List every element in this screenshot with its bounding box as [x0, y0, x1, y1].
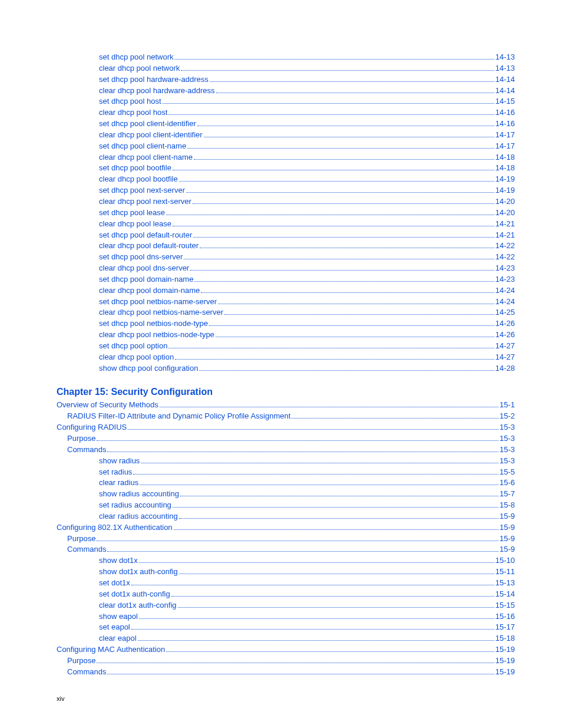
- toc-entry-label: Purpose: [67, 655, 95, 667]
- toc-entry[interactable]: clear dot1x auth-config15-15: [99, 600, 515, 611]
- toc-entry-label: set dhcp pool host: [99, 96, 161, 107]
- toc-entry-page: 15-9: [500, 522, 515, 533]
- toc-entry-page: 15-8: [500, 500, 515, 511]
- toc-entry[interactable]: Purpose15-19: [67, 655, 515, 667]
- toc-entry[interactable]: clear dhcp pool bootfile14-19: [99, 174, 515, 185]
- toc-entry-label: clear dhcp pool host: [99, 107, 167, 118]
- toc-entry[interactable]: set dhcp pool network14-13: [99, 52, 515, 63]
- toc-entry[interactable]: set dhcp pool default-router14-21: [99, 230, 515, 241]
- toc-leader-dots: [216, 337, 494, 337]
- toc-entry-label: set dhcp pool lease: [99, 207, 165, 219]
- toc-entry[interactable]: set dot1x15-13: [99, 578, 515, 589]
- toc-entry[interactable]: set dhcp pool domain-name14-23: [99, 274, 515, 285]
- toc-entry[interactable]: clear dhcp pool option14-27: [99, 352, 515, 363]
- toc-entry[interactable]: clear dhcp pool hardware-address14-14: [99, 85, 515, 97]
- toc-entry-label: clear dhcp pool hardware-address: [99, 85, 215, 97]
- toc-entry-label: set dhcp pool option: [99, 341, 167, 352]
- toc-entry[interactable]: clear dhcp pool client-identifier14-17: [99, 130, 515, 141]
- toc-entry[interactable]: clear dhcp pool netbios-node-type14-26: [99, 330, 515, 341]
- toc-entry-page: 15-9: [500, 544, 515, 555]
- toc-entry[interactable]: set radius accounting15-8: [99, 500, 515, 511]
- toc-entry[interactable]: set dot1x auth-config15-14: [99, 589, 515, 600]
- toc-entry[interactable]: Configuring MAC Authentication15-19: [57, 644, 515, 655]
- toc-entry-label: clear dhcp pool next-server: [99, 196, 191, 207]
- toc-entry[interactable]: Overview of Security Methods15-1: [57, 400, 515, 411]
- toc-entry[interactable]: set dhcp pool lease14-20: [99, 207, 515, 219]
- toc-leader-dots: [175, 359, 494, 360]
- toc-entry[interactable]: set dhcp pool bootfile14-18: [99, 163, 515, 174]
- toc-entry[interactable]: Commands15-3: [67, 444, 515, 456]
- toc-entry[interactable]: clear dhcp pool next-server14-20: [99, 196, 515, 207]
- toc-entry[interactable]: set radius15-5: [99, 467, 515, 478]
- toc-entry[interactable]: set eapol15-17: [99, 622, 515, 633]
- toc-entry[interactable]: show radius accounting15-7: [99, 489, 515, 500]
- toc-entry[interactable]: Purpose15-3: [67, 433, 515, 444]
- toc-entry-page: 15-10: [495, 555, 515, 566]
- toc-entry[interactable]: Configuring 802.1X Authentication15-9: [57, 522, 515, 533]
- toc-entry-label: set eapol: [99, 622, 130, 633]
- toc-entry-label: clear dhcp pool network: [99, 63, 180, 74]
- toc-entry-label: clear radius: [99, 477, 138, 489]
- toc-entry[interactable]: clear dhcp pool dns-server14-23: [99, 263, 515, 274]
- toc-entry[interactable]: RADIUS Filter-ID Attribute and Dynamic P…: [67, 411, 515, 422]
- toc-leader-dots: [209, 325, 494, 326]
- toc-entry[interactable]: clear dhcp pool host14-16: [99, 107, 515, 118]
- toc-leader-dots: [174, 59, 494, 60]
- toc-entry[interactable]: set dhcp pool netbios-node-type14-26: [99, 318, 515, 330]
- toc-leader-dots: [107, 674, 494, 674]
- toc-entry[interactable]: set dhcp pool netbios-name-server14-24: [99, 297, 515, 308]
- toc-entry[interactable]: show dot1x15-10: [99, 555, 515, 566]
- toc-entry[interactable]: clear radius15-6: [99, 477, 515, 489]
- toc-leader-dots: [199, 370, 494, 371]
- toc-leader-dots: [186, 192, 494, 193]
- toc-entry[interactable]: clear dhcp pool default-router14-22: [99, 241, 515, 252]
- toc-entry-page: 15-14: [495, 589, 515, 600]
- toc-entry[interactable]: clear dhcp pool lease14-21: [99, 219, 515, 230]
- toc-leader-dots: [216, 93, 494, 93]
- toc-entry[interactable]: clear dhcp pool client-name14-18: [99, 152, 515, 163]
- toc-entry-label: Purpose: [67, 533, 95, 545]
- toc-entry[interactable]: show dhcp pool configuration14-28: [99, 363, 515, 374]
- toc-entry-label: clear dhcp pool netbios-node-type: [99, 330, 214, 341]
- toc-entry-page: 15-13: [495, 578, 515, 589]
- toc-entry-page: 15-3: [500, 444, 515, 456]
- toc-entry-page: 15-5: [500, 467, 515, 478]
- toc-entry-label: set dhcp pool next-server: [99, 185, 185, 196]
- toc-entry[interactable]: Configuring RADIUS15-3: [57, 422, 515, 433]
- toc-entry-page: 14-14: [495, 74, 515, 85]
- toc-leader-dots: [166, 215, 494, 215]
- toc-leader-dots: [131, 629, 494, 630]
- toc-entry[interactable]: clear eapol15-18: [99, 633, 515, 644]
- toc-entry[interactable]: show radius15-3: [99, 456, 515, 467]
- toc-entry-page: 15-9: [500, 533, 515, 545]
- toc-entry[interactable]: clear radius accounting15-9: [99, 511, 515, 522]
- toc-entry[interactable]: set dhcp pool next-server14-19: [99, 185, 515, 196]
- toc-entry[interactable]: set dhcp pool host14-15: [99, 96, 515, 107]
- toc-entry[interactable]: set dhcp pool client-name14-17: [99, 141, 515, 152]
- toc-leader-dots: [171, 596, 494, 597]
- toc-entry[interactable]: Purpose15-9: [67, 533, 515, 545]
- toc-entry[interactable]: Commands15-9: [67, 544, 515, 555]
- toc-entry[interactable]: set dhcp pool option14-27: [99, 341, 515, 352]
- toc-entry-page: 14-18: [495, 163, 515, 174]
- toc-entry[interactable]: show eapol15-16: [99, 611, 515, 622]
- chapter-15-title: Chapter 15: Security Configuration: [57, 387, 515, 397]
- toc-entry-label: set dhcp pool netbios-node-type: [99, 318, 208, 330]
- toc-entry[interactable]: Commands15-19: [67, 667, 515, 678]
- toc-leader-dots: [200, 248, 494, 248]
- toc-entry-label: set dhcp pool bootfile: [99, 163, 171, 174]
- toc-entry[interactable]: set dhcp pool hardware-address14-14: [99, 74, 515, 85]
- toc-entry-page: 14-14: [495, 85, 515, 97]
- toc-leader-dots: [190, 270, 494, 271]
- toc-entry[interactable]: clear dhcp pool domain-name14-24: [99, 285, 515, 297]
- toc-leader-dots: [204, 137, 494, 137]
- toc-entry-label: set radius accounting: [99, 500, 171, 511]
- toc-entry[interactable]: set dhcp pool client-identifier14-16: [99, 118, 515, 130]
- toc-leader-dots: [139, 618, 494, 619]
- toc-entry[interactable]: clear dhcp pool network14-13: [99, 63, 515, 74]
- toc-entry[interactable]: show dot1x auth-config15-11: [99, 566, 515, 578]
- toc-entry[interactable]: clear dhcp pool netbios-name-server14-25: [99, 307, 515, 318]
- toc-entry-page: 14-26: [495, 318, 515, 330]
- toc-entry-page: 15-3: [500, 456, 515, 467]
- toc-entry[interactable]: set dhcp pool dns-server14-22: [99, 252, 515, 263]
